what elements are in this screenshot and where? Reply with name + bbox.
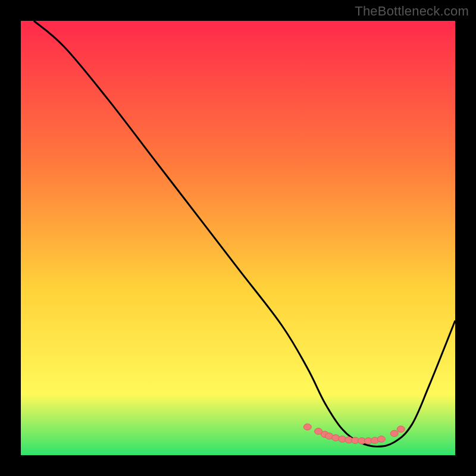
- plot-area: [21, 21, 455, 455]
- plot-svg: [21, 21, 455, 455]
- gradient-background: [21, 21, 455, 455]
- marker-dot: [303, 424, 311, 430]
- marker-dot: [397, 426, 405, 433]
- watermark-text: TheBottleneck.com: [355, 4, 469, 19]
- marker-dot: [390, 430, 398, 437]
- marker-dot: [377, 436, 385, 443]
- chart-frame: TheBottleneck.com: [0, 0, 476, 476]
